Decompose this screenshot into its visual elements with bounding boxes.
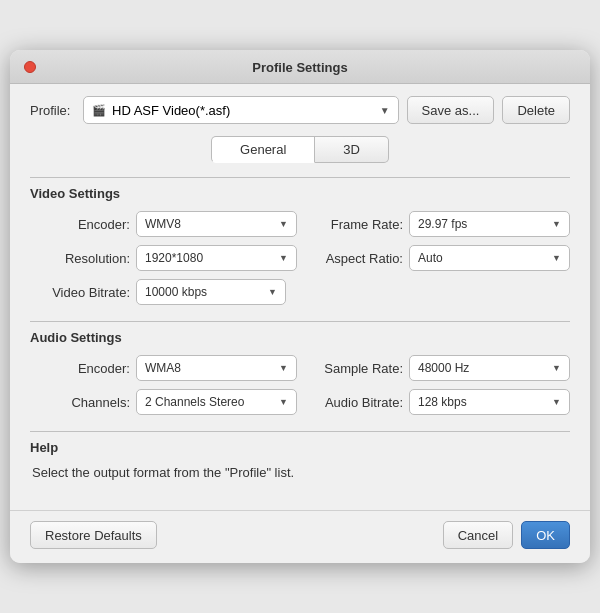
video-bitrate-label: Video Bitrate: bbox=[40, 285, 130, 300]
encoder-label: Encoder: bbox=[40, 217, 130, 232]
chevron-down-icon: ▼ bbox=[279, 363, 288, 373]
dialog-title: Profile Settings bbox=[252, 60, 347, 75]
profile-settings-dialog: Profile Settings Profile: 🎬 HD ASF Video… bbox=[10, 50, 590, 563]
aspect-ratio-value: Auto bbox=[418, 251, 552, 265]
audio-bitrate-select[interactable]: 128 kbps ▼ bbox=[409, 389, 570, 415]
video-bitrate-row: Video Bitrate: 10000 kbps ▼ bbox=[30, 279, 570, 305]
audio-settings-section: Audio Settings Encoder: WMA8 ▼ Sample Ra… bbox=[30, 321, 570, 415]
aspect-ratio-row: Aspect Ratio: Auto ▼ bbox=[313, 245, 570, 271]
chevron-down-icon: ▼ bbox=[268, 287, 277, 297]
channels-value: 2 Channels Stereo bbox=[145, 395, 279, 409]
video-settings-title: Video Settings bbox=[30, 186, 570, 201]
audio-encoder-value: WMA8 bbox=[145, 361, 279, 375]
cancel-button[interactable]: Cancel bbox=[443, 521, 513, 549]
delete-button[interactable]: Delete bbox=[502, 96, 570, 124]
channels-row: Channels: 2 Channels Stereo ▼ bbox=[40, 389, 297, 415]
restore-defaults-button[interactable]: Restore Defaults bbox=[30, 521, 157, 549]
help-title: Help bbox=[30, 440, 570, 455]
tab-general[interactable]: General bbox=[211, 136, 315, 163]
audio-bitrate-row: Audio Bitrate: 128 kbps ▼ bbox=[313, 389, 570, 415]
chevron-down-icon: ▼ bbox=[380, 105, 390, 116]
frame-rate-row: Frame Rate: 29.97 fps ▼ bbox=[313, 211, 570, 237]
section-divider-3 bbox=[30, 431, 570, 432]
chevron-down-icon: ▼ bbox=[552, 363, 561, 373]
chevron-down-icon: ▼ bbox=[279, 253, 288, 263]
video-bitrate-value: 10000 kbps bbox=[145, 285, 268, 299]
footer: Restore Defaults Cancel OK bbox=[10, 510, 590, 563]
resolution-value: 1920*1080 bbox=[145, 251, 279, 265]
chevron-down-icon: ▼ bbox=[552, 253, 561, 263]
encoder-row: Encoder: WMV8 ▼ bbox=[40, 211, 297, 237]
tab-3d[interactable]: 3D bbox=[315, 136, 389, 163]
audio-bitrate-value: 128 kbps bbox=[418, 395, 552, 409]
sample-rate-select[interactable]: 48000 Hz ▼ bbox=[409, 355, 570, 381]
resolution-row: Resolution: 1920*1080 ▼ bbox=[40, 245, 297, 271]
sample-rate-row: Sample Rate: 48000 Hz ▼ bbox=[313, 355, 570, 381]
chevron-down-icon: ▼ bbox=[279, 397, 288, 407]
dialog-content: Profile: 🎬 HD ASF Video(*.asf) ▼ Save as… bbox=[10, 84, 590, 510]
sample-rate-label: Sample Rate: bbox=[313, 361, 403, 376]
encoder-value: WMV8 bbox=[145, 217, 279, 231]
close-button[interactable] bbox=[24, 61, 36, 73]
section-divider-2 bbox=[30, 321, 570, 322]
audio-settings-title: Audio Settings bbox=[30, 330, 570, 345]
aspect-ratio-select[interactable]: Auto ▼ bbox=[409, 245, 570, 271]
resolution-select[interactable]: 1920*1080 ▼ bbox=[136, 245, 297, 271]
ok-button[interactable]: OK bbox=[521, 521, 570, 549]
resolution-label: Resolution: bbox=[40, 251, 130, 266]
chevron-down-icon: ▼ bbox=[552, 397, 561, 407]
section-divider bbox=[30, 177, 570, 178]
audio-encoder-row: Encoder: WMA8 ▼ bbox=[40, 355, 297, 381]
audio-encoder-select[interactable]: WMA8 ▼ bbox=[136, 355, 297, 381]
chevron-down-icon: ▼ bbox=[552, 219, 561, 229]
audio-bitrate-label: Audio Bitrate: bbox=[313, 395, 403, 410]
frame-rate-value: 29.97 fps bbox=[418, 217, 552, 231]
title-bar: Profile Settings bbox=[10, 50, 590, 84]
frame-rate-select[interactable]: 29.97 fps ▼ bbox=[409, 211, 570, 237]
encoder-select[interactable]: WMV8 ▼ bbox=[136, 211, 297, 237]
video-bitrate-select[interactable]: 10000 kbps ▼ bbox=[136, 279, 286, 305]
help-text: Select the output format from the "Profi… bbox=[30, 465, 570, 480]
chevron-down-icon: ▼ bbox=[279, 219, 288, 229]
aspect-ratio-label: Aspect Ratio: bbox=[313, 251, 403, 266]
audio-fields-grid: Encoder: WMA8 ▼ Sample Rate: 48000 Hz ▼ bbox=[30, 355, 570, 415]
audio-encoder-label: Encoder: bbox=[40, 361, 130, 376]
profile-select[interactable]: 🎬 HD ASF Video(*.asf) ▼ bbox=[83, 96, 399, 124]
frame-rate-label: Frame Rate: bbox=[313, 217, 403, 232]
save-as-button[interactable]: Save as... bbox=[407, 96, 495, 124]
footer-right: Cancel OK bbox=[443, 521, 570, 549]
help-section: Help Select the output format from the "… bbox=[30, 431, 570, 480]
channels-label: Channels: bbox=[40, 395, 130, 410]
video-fields-grid: Encoder: WMV8 ▼ Frame Rate: 29.97 fps ▼ bbox=[30, 211, 570, 271]
profile-row: Profile: 🎬 HD ASF Video(*.asf) ▼ Save as… bbox=[30, 96, 570, 124]
profile-icon: 🎬 bbox=[92, 104, 106, 117]
profile-label: Profile: bbox=[30, 103, 75, 118]
channels-select[interactable]: 2 Channels Stereo ▼ bbox=[136, 389, 297, 415]
video-settings-section: Video Settings Encoder: WMV8 ▼ Frame Rat… bbox=[30, 177, 570, 305]
profile-value: HD ASF Video(*.asf) bbox=[112, 103, 374, 118]
sample-rate-value: 48000 Hz bbox=[418, 361, 552, 375]
tabs-row: General 3D bbox=[30, 136, 570, 163]
